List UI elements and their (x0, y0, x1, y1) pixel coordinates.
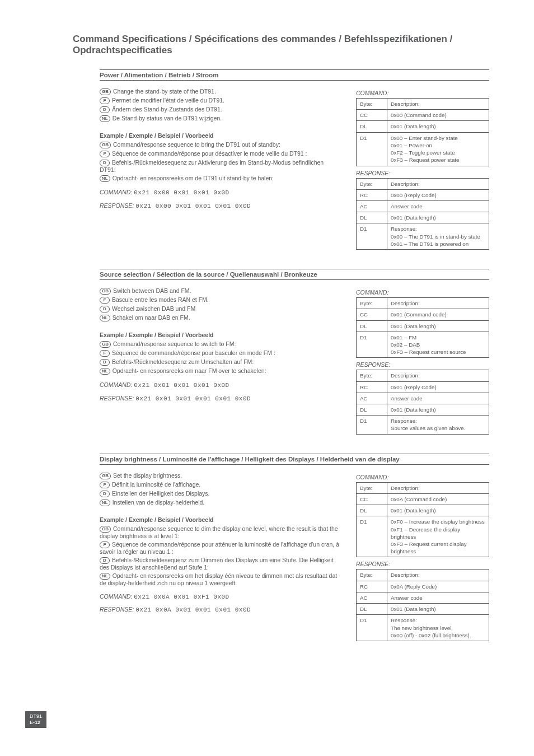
line-d: DÄndern des Stand-by-Zustands des DT91. (100, 106, 340, 113)
text: Change the stand-by state of the DT91. (113, 88, 216, 95)
cmd-label: COMMAND: (100, 593, 132, 600)
cell-description: 0x0A (Command code) (387, 493, 489, 505)
command-table: Byte:Description:CC0x00 (Command code)DL… (356, 98, 489, 166)
cell-byte: DL (357, 320, 387, 332)
table-row: DL0x01 (Data length) (357, 121, 489, 132)
cell-byte: DL (357, 404, 387, 416)
badge-nl: NL (100, 368, 110, 375)
table-row: DL0x01 (Data length) (357, 212, 489, 223)
text: Schakel om naar DAB en FM. (113, 314, 190, 321)
th-description: Description: (387, 298, 489, 309)
table-row: D10x01 – FM 0x02 – DAB 0xF3 – Request cu… (357, 332, 489, 358)
example-heading: Example / Exemple / Beispiel / Voorbeeld (100, 516, 340, 523)
ex-gb: GBCommand/response sequence to bring the… (100, 141, 340, 148)
th-description: Description: (387, 178, 489, 189)
cell-byte: AC (357, 200, 387, 212)
text: Séquence de commande/réponse pour désact… (112, 150, 307, 157)
cell-byte: DL (357, 604, 387, 615)
badge-gb: GB (100, 288, 111, 295)
table-row: DL0x01 (Data length) (357, 404, 489, 416)
text: Définit la luminosité de l'affichage. (112, 481, 200, 488)
cell-description: 0x01 (Command code) (387, 309, 489, 320)
text: De Stand-by status van de DT91 wijzigen. (113, 115, 222, 122)
cell-description: Answer code (387, 393, 489, 404)
cell-byte: CC (357, 309, 387, 320)
badge-d: D (100, 359, 110, 366)
cell-description: Response: Source values as given above. (387, 416, 489, 434)
cell-description: 0x01 (Reply Code) (387, 381, 489, 393)
cell-description: 0x01 – FM 0x02 – DAB 0xF3 – Request curr… (387, 332, 489, 358)
table-row: D10xF0 – Increase the display brightness… (357, 516, 489, 557)
text: Switch between DAB and FM. (113, 287, 191, 294)
text: Permet de modifier l'état de veille du D… (112, 97, 224, 104)
section-heading: Source selection / Sélection de la sourc… (100, 271, 489, 278)
command-line: COMMAND: 0x21 0x0A 0x01 0xF1 0x0D (100, 593, 340, 600)
resp-hex: 0x21 0x00 0x01 0x01 0x01 0x0D (135, 203, 251, 209)
cell-byte: D1 (357, 615, 387, 641)
response-table-title: RESPONSE: (356, 170, 489, 176)
th-byte: Byte: (357, 370, 387, 381)
table-row: DL0x01 (Data length) (357, 505, 489, 516)
ex-nl: NLOpdracht- en responsreeks om de DT91 u… (100, 175, 340, 182)
cmd-label: COMMAND: (100, 381, 132, 388)
response-line: RESPONSE: 0x21 0x0A 0x01 0x01 0x01 0x0D (100, 606, 340, 613)
table-row: D1Response: Source values as given above… (357, 416, 489, 434)
badge-nl: NL (100, 315, 110, 321)
cmd-hex: 0x21 0x0A 0x01 0xF1 0x0D (134, 594, 229, 600)
text: Bascule entre les modes RAN et FM. (112, 296, 209, 303)
th-description: Description: (387, 370, 489, 381)
ex-gb: GBCommand/response sequence to switch to… (100, 340, 340, 348)
example-heading: Example / Exemple / Beispiel / Voorbeeld (100, 132, 340, 139)
cmd-hex: 0x21 0x01 0x01 0x01 0x0D (134, 382, 229, 389)
line-f: FPermet de modifier l'état de veille du … (100, 97, 340, 104)
badge-nl: NL (100, 500, 110, 506)
cell-byte: AC (357, 592, 387, 603)
cell-byte: RC (357, 381, 387, 393)
line-nl: NLDe Stand-by status van de DT91 wijzige… (100, 115, 340, 122)
resp-hex: 0x21 0x01 0x01 0x01 0x01 0x0D (135, 395, 251, 402)
cell-byte: DL (357, 121, 387, 132)
cell-description: Response: 0x00 – The DT91 is in stand-by… (387, 223, 489, 250)
section-source: Source selection / Sélection de la sourc… (73, 269, 489, 435)
command-table: Byte:Description:CC0x0A (Command code)DL… (356, 482, 489, 558)
table-row: ACAnswer code (357, 592, 489, 603)
th-byte: Byte: (357, 99, 387, 110)
footer-page: E-12 (30, 720, 40, 725)
badge-f: F (100, 542, 110, 548)
command-table-title: COMMAND: (356, 289, 489, 296)
line-gb: GBSwitch between DAB and FM. (100, 287, 340, 295)
table-row: DL0x01 (Data length) (357, 604, 489, 615)
command-line: COMMAND: 0x21 0x00 0x01 0x01 0x0D (100, 189, 340, 196)
badge-f: F (100, 297, 110, 304)
text: Befehls-/Rückmeldesequenz zur Aktivierun… (100, 159, 324, 173)
resp-label: RESPONSE: (100, 202, 134, 209)
badge-d: D (100, 491, 110, 497)
response-table: Byte:Description:RC0x0A (Reply Code)ACAn… (356, 569, 489, 641)
cell-description: 0x01 (Data length) (387, 404, 489, 416)
table-row: ACAnswer code (357, 393, 489, 404)
table-row: CC0x0A (Command code) (357, 493, 489, 505)
footer-page-tab: DT91 E-12 (25, 711, 46, 728)
badge-d: D (100, 160, 110, 166)
cell-byte: D1 (357, 132, 387, 166)
cmd-label: COMMAND: (100, 189, 132, 195)
badge-gb: GB (100, 142, 111, 148)
badge-f: F (100, 350, 110, 357)
badge-nl: NL (100, 175, 110, 182)
line-d: DEinstellen der Helligkeit des Displays. (100, 490, 340, 497)
table-row: CC0x01 (Command code) (357, 309, 489, 320)
text: Opdracht- en responsreeks om het display… (100, 572, 337, 586)
cell-byte: D1 (357, 516, 387, 557)
response-table-title: RESPONSE: (356, 361, 489, 368)
text: Wechsel zwischen DAB und FM (112, 305, 195, 312)
th-byte: Byte: (357, 482, 387, 493)
badge-d: D (100, 106, 110, 113)
line-nl: NLSchakel om naar DAB en FM. (100, 314, 340, 321)
table-row: D1Response: The new brightness level, 0x… (357, 615, 489, 641)
command-table-title: COMMAND: (356, 90, 489, 96)
line-d: DWechsel zwischen DAB und FM (100, 305, 340, 312)
cell-byte: RC (357, 189, 387, 200)
table-row: RC0x00 (Reply Code) (357, 189, 489, 200)
ex-nl: NLOpdracht- en responsreeks om naar FM o… (100, 367, 340, 375)
footer-model: DT91 (30, 713, 42, 719)
